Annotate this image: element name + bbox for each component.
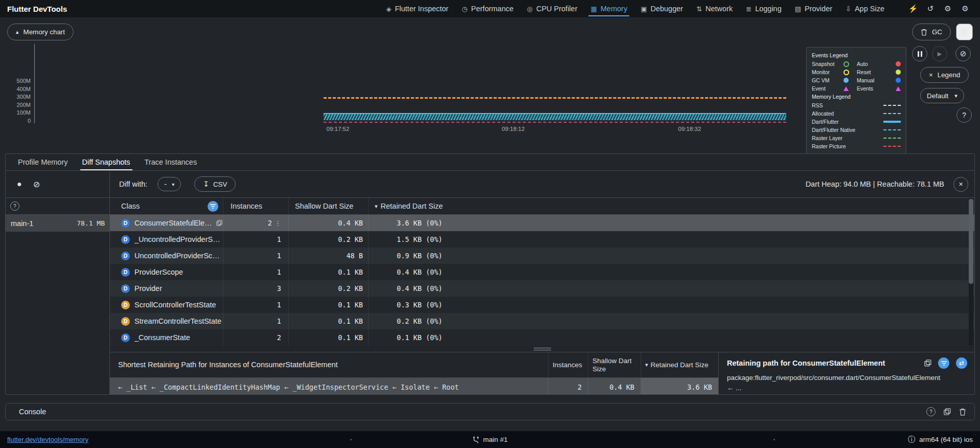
retaining-path-title: Retaining path for ConsumerStatefulEleme… <box>727 359 918 367</box>
copy-icon[interactable] <box>944 408 951 415</box>
tab-trace-instances[interactable]: Trace Instances <box>138 154 204 170</box>
tab-memory[interactable]: ▦Memory <box>584 0 634 17</box>
memory-chart-section: ▴ Memory chart GC ⚙ 500M 400M 300M 200M … <box>0 17 980 153</box>
copy-icon[interactable] <box>216 220 222 226</box>
history-icon: ↺ <box>927 4 934 13</box>
tab-network[interactable]: ⇅Network <box>690 0 739 17</box>
hot-reload-button[interactable]: ⚡ <box>905 1 921 16</box>
csv-export-button[interactable]: ↧ CSV <box>194 176 236 192</box>
tab-provider[interactable]: ▤Provider <box>788 0 839 17</box>
class-badge: D <box>121 219 130 228</box>
table-row[interactable]: DConsumerStatefulEle… 2⋮ 0.4 KB 3.6 KB (… <box>110 215 974 231</box>
column-header-retained[interactable]: ▾ Retained Dart Size <box>369 198 974 214</box>
device-info[interactable]: ⓘ arm64 (64 bit) ios <box>908 435 973 444</box>
swap-icon: ⇄ <box>959 360 964 367</box>
invert-path-button[interactable]: ⇄ <box>956 357 967 369</box>
tab-profile-memory[interactable]: Profile Memory <box>11 154 75 170</box>
table-row[interactable]: D_ConsumerState 2 0.1 KB 0.1 KB (0%) <box>110 329 974 346</box>
retaining-path-table-title: Shortest Retaining Path for Instances of… <box>110 352 549 378</box>
memory-legend-title: Memory Legend <box>812 94 901 100</box>
trash-icon <box>921 29 927 36</box>
more-vert-icon[interactable]: ⋮ <box>275 219 281 227</box>
tab-flutter-inspector[interactable]: ◈Flutter Inspector <box>379 0 455 17</box>
y-tick: 0 <box>6 118 31 125</box>
x-tick: 09:18:32 <box>669 126 710 132</box>
debugger-icon: ▣ <box>641 5 647 13</box>
tab-app-size[interactable]: ⇩App Size <box>839 0 891 17</box>
class-badge: D <box>121 317 130 326</box>
auto-marker-icon <box>896 61 901 66</box>
interval-dropdown[interactable]: Default ▾ <box>920 88 964 103</box>
y-tick: 300M <box>6 94 31 101</box>
tab-diff-snapshots[interactable]: Diff Snapshots <box>75 154 138 170</box>
snapshots-help-button[interactable]: ? <box>10 201 19 211</box>
tab-cpu-profiler[interactable]: ◎CPU Profiler <box>520 0 584 17</box>
diff-with-dropdown[interactable]: - ▾ <box>157 177 181 191</box>
retaining-path-line: package:flutter_riverpod/src/consumer.da… <box>727 373 967 383</box>
console-help-button[interactable]: ? <box>926 407 936 416</box>
split-drag-handle[interactable] <box>110 346 974 352</box>
snapshot-list-item[interactable]: main-1 78.1 MB <box>6 215 109 232</box>
separator-dot <box>773 439 775 440</box>
pause-icon <box>918 51 922 57</box>
scrollbar-thumb[interactable] <box>969 199 973 284</box>
chart-settings-button[interactable]: ⚙ <box>956 24 973 40</box>
table-row[interactable]: DProvider 3 0.2 KB 0.4 KB (0%) <box>110 280 974 297</box>
clear-console-button[interactable] <box>959 408 966 416</box>
history-button[interactable]: ↺ <box>923 1 938 16</box>
settings-button[interactable]: ⚙ <box>940 1 955 16</box>
column-header-instances[interactable]: Instances <box>223 198 289 214</box>
column-header-class[interactable]: Class <box>110 198 223 214</box>
y-tick: 200M <box>6 102 31 109</box>
memory-chart-toggle[interactable]: ▴ Memory chart <box>7 24 74 40</box>
gc-button[interactable]: GC <box>912 24 951 40</box>
class-badge: D <box>121 284 130 293</box>
tab-logging[interactable]: ≣Logging <box>739 0 788 17</box>
class-badge: D <box>121 235 130 244</box>
table-row[interactable]: D_UncontrolledProviderSco… 1 0.2 KB 1.5 … <box>110 231 974 248</box>
column-header-shallow[interactable]: Shallow Dart Size <box>588 352 641 378</box>
filter-icon <box>210 204 216 209</box>
block-icon: ⊘ <box>960 49 967 58</box>
table-scrollbar[interactable] <box>969 198 973 346</box>
raster-picture-line-swatch <box>883 146 901 147</box>
event-marker-icon <box>844 86 849 91</box>
table-row[interactable]: DProviderScope 1 0.1 KB 0.4 KB (0%) <box>110 264 974 280</box>
take-snapshot-button[interactable]: ● <box>17 180 22 189</box>
separator-dot <box>350 439 352 440</box>
filter-path-button[interactable] <box>938 357 949 369</box>
preferences-button[interactable]: ⚙ <box>958 1 973 16</box>
table-row[interactable]: DUncontrolledProviderScope 1 48 B 0.9 KB… <box>110 248 974 264</box>
documentation-link[interactable]: flutter.dev/devtools/memory <box>7 436 88 443</box>
retaining-path-detail: Retaining path for ConsumerStatefulEleme… <box>719 352 974 394</box>
table-row[interactable]: DScrollControllerTestState 1 0.1 KB 0.3 … <box>110 297 974 313</box>
resume-button[interactable]: ▶ <box>932 46 947 61</box>
copy-icon[interactable] <box>924 360 931 367</box>
class-filter-button[interactable] <box>208 201 218 212</box>
legend-row: Event Events <box>812 84 901 93</box>
legend-row: Dart/Flutter <box>812 118 901 126</box>
tab-debugger[interactable]: ▣Debugger <box>634 0 690 17</box>
chart-help-button[interactable]: ? <box>956 107 972 123</box>
cpu-profiler-icon: ◎ <box>527 5 533 13</box>
column-header-shallow[interactable]: Shallow Dart Size <box>289 198 369 214</box>
table-row[interactable]: DStreamControllerTestState 1 0.1 KB 0.2 … <box>110 313 974 329</box>
close-snapshot-button[interactable]: × <box>953 177 968 192</box>
gear-icon: ⚙ <box>962 4 968 13</box>
column-header-retained[interactable]: ▾Retained Dart Size <box>641 352 718 378</box>
events-marker-icon <box>896 86 901 91</box>
retaining-path-row[interactable]: ← _List ← _CompactLinkedIdentityHashMap … <box>110 378 549 395</box>
app-size-icon: ⇩ <box>846 5 851 13</box>
legend-row: Monitor Reset <box>812 68 901 76</box>
raster-layer-line-swatch <box>883 138 901 139</box>
connected-app-status[interactable]: main #1 <box>472 436 508 443</box>
tab-performance[interactable]: ◷Performance <box>455 0 520 17</box>
close-icon: × <box>959 180 963 188</box>
pause-button[interactable] <box>912 46 927 61</box>
console-panel[interactable]: Console ? <box>5 403 975 420</box>
legend-toggle-button[interactable]: × Legend <box>920 67 969 83</box>
clear-chart-button[interactable]: ⊘ <box>955 46 971 61</box>
clear-snapshots-button[interactable]: ⊘ <box>33 180 40 189</box>
chart-y-axis <box>34 44 35 123</box>
column-header-instances[interactable]: Instances <box>549 352 588 378</box>
